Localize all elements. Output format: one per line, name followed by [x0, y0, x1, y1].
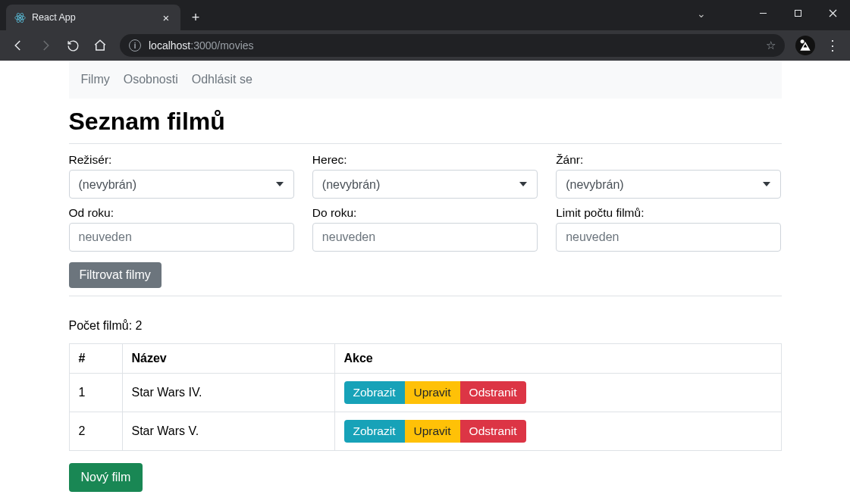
- cell-index: 1: [69, 374, 122, 412]
- bookmark-star-icon[interactable]: ☆: [766, 39, 776, 52]
- url-bar[interactable]: i localhost:3000/movies ☆: [120, 34, 785, 57]
- nav-link-people[interactable]: Osobnosti: [124, 73, 178, 86]
- to-year-input[interactable]: [312, 223, 538, 252]
- nav-link-movies[interactable]: Filmy: [81, 73, 110, 86]
- col-header-index: #: [69, 344, 122, 374]
- cell-name: Star Wars V.: [122, 412, 334, 451]
- url-path: :3000/movies: [190, 39, 253, 52]
- browser-menu-icon[interactable]: ⋮: [821, 37, 844, 54]
- cell-actions: ZobrazitUpravitOdstranit: [334, 374, 781, 412]
- table-row: 1Star Wars IV.ZobrazitUpravitOdstranit: [69, 374, 781, 412]
- show-button[interactable]: Zobrazit: [344, 420, 405, 443]
- limit-input[interactable]: [556, 223, 781, 252]
- divider: [69, 143, 782, 144]
- page-viewport: Filmy Osobnosti Odhlásit se Seznam filmů…: [0, 61, 850, 504]
- genre-select[interactable]: (nevybrán): [556, 170, 781, 199]
- browser-toolbar: i localhost:3000/movies ☆ ⋮: [0, 30, 850, 61]
- react-favicon-icon: [14, 11, 26, 23]
- director-label: Režisér:: [69, 153, 294, 167]
- to-year-label: Do roku:: [312, 206, 538, 220]
- filter-row-selects: Režisér: (nevybrán) Herec: (nevybrán) Žá…: [69, 153, 782, 199]
- browser-window: React App × + ⌄ i localhost:3000/movies …: [0, 0, 850, 504]
- cell-actions: ZobrazitUpravitOdstranit: [334, 412, 781, 451]
- url-host: localhost: [149, 39, 190, 52]
- window-close-button[interactable]: [815, 0, 850, 26]
- app-navbar: Filmy Osobnosti Odhlásit se: [69, 61, 782, 99]
- window-minimize-button[interactable]: [745, 0, 780, 26]
- show-button[interactable]: Zobrazit: [344, 381, 405, 404]
- profile-avatar[interactable]: [795, 36, 815, 55]
- cell-name: Star Wars IV.: [122, 374, 334, 412]
- window-controls: [745, 0, 850, 26]
- filter-button[interactable]: Filtrovat filmy: [69, 262, 162, 288]
- movies-table: # Název Akce 1Star Wars IV.ZobrazitUprav…: [69, 343, 782, 451]
- browser-tab[interactable]: React App ×: [6, 5, 180, 30]
- browser-titlebar: React App × + ⌄: [0, 0, 850, 30]
- results-count: Počet filmů: 2: [69, 319, 782, 333]
- window-maximize-button[interactable]: [780, 0, 815, 26]
- page-title: Seznam filmů: [69, 108, 782, 136]
- tabs-dropdown-icon[interactable]: ⌄: [697, 8, 706, 20]
- nav-home-button[interactable]: [88, 33, 112, 58]
- filter-row-inputs: Od roku: Do roku: Limit počtu filmů:: [69, 206, 782, 252]
- nav-reload-button[interactable]: [61, 33, 85, 58]
- col-header-name: Název: [122, 344, 334, 374]
- site-info-icon[interactable]: i: [129, 39, 141, 52]
- col-header-actions: Akce: [334, 344, 781, 374]
- divider: [69, 296, 782, 296]
- delete-button[interactable]: Odstranit: [460, 420, 526, 443]
- new-movie-button[interactable]: Nový film: [69, 463, 143, 492]
- genre-label: Žánr:: [556, 153, 781, 167]
- svg-rect-5: [795, 10, 801, 16]
- actor-label: Herec:: [312, 153, 538, 167]
- nav-forward-button[interactable]: [33, 33, 58, 58]
- limit-label: Limit počtu filmů:: [556, 206, 781, 220]
- nav-link-logout[interactable]: Odhlásit se: [192, 73, 252, 86]
- tab-close-icon[interactable]: ×: [159, 11, 173, 24]
- cell-index: 2: [69, 412, 122, 451]
- edit-button[interactable]: Upravit: [405, 420, 460, 443]
- from-year-input[interactable]: [69, 223, 294, 252]
- new-tab-button[interactable]: +: [185, 7, 206, 28]
- edit-button[interactable]: Upravit: [405, 381, 460, 404]
- director-select[interactable]: (nevybrán): [69, 170, 294, 199]
- table-row: 2Star Wars V.ZobrazitUpravitOdstranit: [69, 412, 781, 451]
- actor-select[interactable]: (nevybrán): [312, 170, 538, 199]
- delete-button[interactable]: Odstranit: [460, 381, 526, 404]
- from-year-label: Od roku:: [69, 206, 294, 220]
- tab-title: React App: [32, 12, 159, 23]
- nav-back-button[interactable]: [6, 33, 30, 58]
